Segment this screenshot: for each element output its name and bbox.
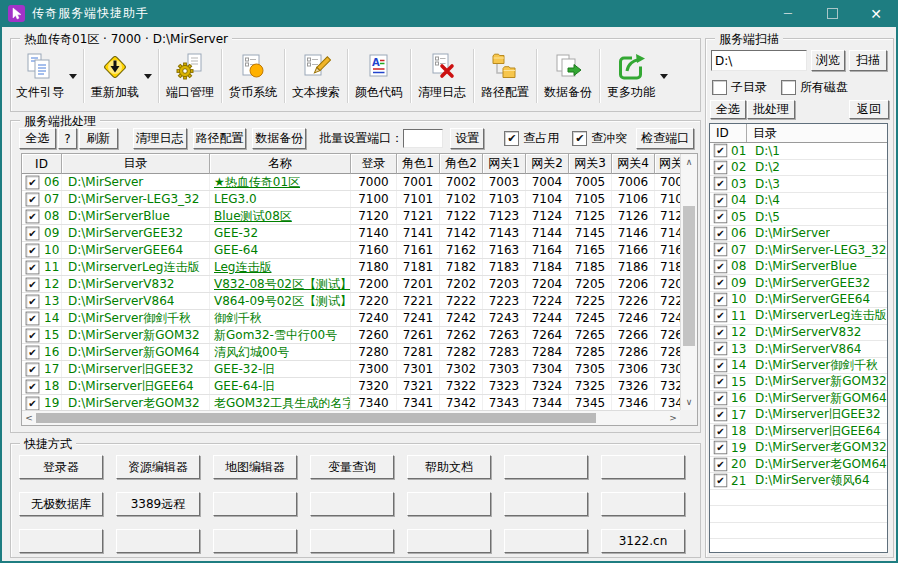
minimize-icon[interactable]: ─ <box>766 0 810 27</box>
table-row[interactable]: ✔14D:\MirServer御剑千秋御剑千秋72407241724272437… <box>22 310 680 327</box>
toolbar-button-more[interactable]: 更多功能 <box>604 47 658 105</box>
dropdown-arrow-icon[interactable] <box>67 47 79 105</box>
check-occupied-checkbox[interactable]: ✔ 查占用 <box>504 130 559 147</box>
shortcut-button-r3c3[interactable] <box>213 529 297 553</box>
shortcut-button-r3c1[interactable] <box>19 529 103 553</box>
dropdown-arrow-icon[interactable] <box>658 47 670 105</box>
scan-list-item[interactable]: ✔07D:\MirServer-LEG3_32 <box>710 242 887 259</box>
shortcut-button-r2c6[interactable] <box>504 492 588 516</box>
shortcut-button-r1c2[interactable]: 资源编辑器 <box>116 455 200 479</box>
set-port-button[interactable]: 设置 <box>450 128 484 149</box>
toolbar-button-clean-log[interactable]: 清理日志 <box>415 47 469 105</box>
scan-list-item[interactable]: ✔18D:\Mirserver旧GEE64 <box>710 424 887 441</box>
table-row[interactable]: ✔17D:\Mirserver旧GEE32GEE-32-旧73007301730… <box>22 361 680 378</box>
row-checkbox[interactable]: ✔ <box>26 345 40 359</box>
toolbar-button-color-code[interactable]: A颜色代码 <box>352 47 406 105</box>
toolbar-button-port-manage[interactable]: 端口管理 <box>163 47 217 105</box>
shortcut-button-r1c6[interactable] <box>504 455 588 479</box>
table-row[interactable]: ✔16D:\MirServer新GOM64清风幻城00号728072817282… <box>22 344 680 361</box>
table-row[interactable]: ✔10D:\MirServerGEE64GEE-6471607161716271… <box>22 242 680 259</box>
shortcut-button-r2c4[interactable] <box>310 492 394 516</box>
scan-button[interactable]: 扫描 <box>849 50 887 71</box>
all-disks-checkbox[interactable]: 所有磁盘 <box>781 79 848 96</box>
vertical-scrollbar[interactable]: ∧ ∨ <box>680 154 697 410</box>
row-checkbox[interactable]: ✔ <box>714 425 728 439</box>
row-checkbox[interactable]: ✔ <box>26 175 40 189</box>
scan-list-item[interactable]: ✔01D:\1 <box>710 143 887 160</box>
row-checkbox[interactable]: ✔ <box>26 192 40 206</box>
row-checkbox[interactable]: ✔ <box>26 379 40 393</box>
scan-list-item[interactable]: ✔14D:\MirServer御剑千秋 <box>710 358 887 375</box>
shortcut-button-r3c7[interactable]: 3122.cn <box>601 529 685 553</box>
toolbar-button-path-config[interactable]: 路径配置 <box>478 47 532 105</box>
row-checkbox[interactable]: ✔ <box>714 227 728 241</box>
scan-batch-button[interactable]: 批处理 <box>747 100 795 119</box>
row-checkbox[interactable]: ✔ <box>714 161 728 175</box>
check-port-button[interactable]: 检查端口 <box>636 128 694 149</box>
shortcut-button-r2c5[interactable] <box>407 492 491 516</box>
scan-list-item[interactable]: ✔06D:\MirServer <box>710 226 887 243</box>
clean-log-button[interactable]: 清理日志 <box>133 128 187 149</box>
shortcut-button-r2c1[interactable]: 无极数据库 <box>19 492 103 516</box>
scan-list-item[interactable]: ✔02D:\2 <box>710 160 887 177</box>
row-checkbox[interactable]: ✔ <box>26 243 40 257</box>
shortcut-button-r1c7[interactable] <box>601 455 685 479</box>
vertical-scroll-thumb[interactable] <box>683 206 695 346</box>
table-row[interactable]: ✔12D:\MirServerV832V832-08号02区【测试】720072… <box>22 276 680 293</box>
shortcut-button-r3c5[interactable] <box>407 529 491 553</box>
close-icon[interactable]: ✕ <box>854 0 898 27</box>
toolbar-button-reload[interactable]: 重新加载 <box>88 47 142 105</box>
shortcut-button-r1c5[interactable]: 帮助文档 <box>407 455 491 479</box>
row-checkbox[interactable]: ✔ <box>26 226 40 240</box>
path-config-button[interactable]: 路径配置 <box>193 128 247 149</box>
row-checkbox[interactable]: ✔ <box>26 209 40 223</box>
toolbar-button-text-search[interactable]: 文本搜索 <box>289 47 343 105</box>
check-conflict-checkbox[interactable]: ✔ 查冲突 <box>572 130 627 147</box>
row-checkbox[interactable]: ✔ <box>714 342 728 356</box>
row-checkbox[interactable]: ✔ <box>714 408 728 422</box>
table-row[interactable]: ✔09D:\MirServerGEE32GEE-3271407141714271… <box>22 225 680 242</box>
scan-list-item[interactable]: ✔03D:\3 <box>710 176 887 193</box>
scan-list-item[interactable]: ✔05D:\5 <box>710 209 887 226</box>
row-checkbox[interactable]: ✔ <box>26 311 40 325</box>
table-row[interactable]: ✔07D:\MirServer-LEG3_32LEG3.071007101710… <box>22 191 680 208</box>
row-checkbox[interactable]: ✔ <box>26 362 40 376</box>
scroll-up-icon[interactable]: ∧ <box>681 156 697 168</box>
row-checkbox[interactable]: ✔ <box>26 260 40 274</box>
toolbar-button-backup[interactable]: 数据备份 <box>541 47 595 105</box>
row-checkbox[interactable]: ✔ <box>714 309 728 323</box>
scan-list-item[interactable]: ✔04D:\4 <box>710 193 887 210</box>
row-checkbox[interactable]: ✔ <box>714 441 728 455</box>
scan-path-input[interactable] <box>711 50 807 71</box>
row-checkbox[interactable]: ✔ <box>26 328 40 342</box>
scan-list-item[interactable]: ✔19D:\MirServer老GOM32 <box>710 440 887 457</box>
subdir-checkbox[interactable]: 子目录 <box>712 79 767 96</box>
shortcut-button-r3c4[interactable] <box>310 529 394 553</box>
table-row[interactable]: ✔18D:\Mirserver旧GEE64GEE-64-旧73207321732… <box>22 378 680 395</box>
scan-back-button[interactable]: 返回 <box>849 100 889 119</box>
table-row[interactable]: ✔08D:\MirServerBlueBlue测试08区712071217122… <box>22 208 680 225</box>
shortcut-button-r2c3[interactable] <box>213 492 297 516</box>
row-checkbox[interactable]: ✔ <box>714 260 728 274</box>
row-checkbox[interactable]: ✔ <box>714 243 728 257</box>
help-button[interactable]: ? <box>58 128 77 149</box>
table-row[interactable]: ✔06D:\MirServer★热血传奇01区70007001700270037… <box>22 174 680 191</box>
scan-list-item[interactable]: ✔11D:\MirserverLeg连击版 <box>710 308 887 325</box>
scan-list-item[interactable]: ✔08D:\MirServerBlue <box>710 259 887 276</box>
scan-list-item[interactable]: ✔16D:\MirServer新GOM64 <box>710 391 887 408</box>
row-checkbox[interactable]: ✔ <box>26 396 40 410</box>
row-checkbox[interactable]: ✔ <box>714 458 728 472</box>
scroll-down-icon[interactable]: ∨ <box>681 396 697 408</box>
scan-select-all-button[interactable]: 全选 <box>710 100 746 119</box>
row-checkbox[interactable]: ✔ <box>26 294 40 308</box>
table-row[interactable]: ✔15D:\MirServer新GOM32新Gom32-雪中行00号726072… <box>22 327 680 344</box>
horizontal-scroll-thumb[interactable] <box>36 413 596 423</box>
scan-list-item[interactable]: ✔10D:\MirServerGEE64 <box>710 292 887 309</box>
shortcut-button-r2c2[interactable]: 3389远程 <box>116 492 200 516</box>
row-checkbox[interactable]: ✔ <box>714 276 728 290</box>
shortcut-button-r2c7[interactable] <box>601 492 685 516</box>
row-checkbox[interactable]: ✔ <box>714 293 728 307</box>
browse-button[interactable]: 浏览 <box>811 50 845 71</box>
row-checkbox[interactable]: ✔ <box>714 359 728 373</box>
row-checkbox[interactable]: ✔ <box>714 144 728 158</box>
